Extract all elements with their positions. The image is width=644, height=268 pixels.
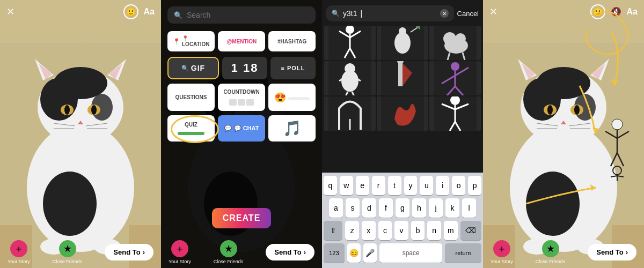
svg-point-14 [91,105,97,115]
gif-result-3[interactable] [429,26,481,60]
key-shift[interactable]: ⇧ [324,221,342,240]
key-a[interactable]: a [329,198,343,218]
smiley-face-icon[interactable]: 🙂 [123,4,138,19]
key-l[interactable]: l [462,198,476,218]
svg-point-96 [574,105,580,115]
key-numbers[interactable]: 123 [324,243,345,263]
questions-sticker[interactable]: QUESTIONS [167,84,215,111]
key-q[interactable]: q [324,176,337,195]
your-story-btn-4[interactable]: ＋ Your Story [491,240,513,264]
sticker-search-bar[interactable]: 🔍 [167,6,316,24]
hashtag-label: #HASHTAG [277,39,306,44]
key-v[interactable]: v [394,221,408,240]
clear-search-icon[interactable]: ✕ [440,9,449,18]
text-icon-4[interactable]: Aa [627,8,638,16]
key-b[interactable]: b [411,221,425,240]
key-e[interactable]: e [356,176,369,195]
key-x[interactable]: x [362,221,376,240]
cancel-button[interactable]: Cancel [457,10,479,18]
your-story-btn[interactable]: ＋ Your Story [8,240,30,264]
key-y[interactable]: y [404,176,418,195]
key-m[interactable]: m [444,221,458,240]
close-friends-icon-4: ★ [542,240,559,257]
gif-search-value: y3t1 [343,9,357,18]
svg-point-115 [613,166,621,175]
poll-label: POLL [287,65,305,71]
svg-point-45 [394,32,411,54]
gif-result-8[interactable] [377,96,428,131]
gif-result-2[interactable] [377,26,428,60]
svg-point-20 [43,172,97,236]
close-friends-icon: ★ [59,240,76,257]
key-z[interactable]: z [345,221,359,240]
location-sticker[interactable]: 📍 📍 LOCATION [167,31,215,51]
top-bar-4: ✕ 🙂 🔇 Aa [483,0,644,24]
key-w[interactable]: w [340,176,353,195]
key-return[interactable]: return [445,243,481,263]
time-sticker[interactable]: 1 18 [222,57,267,79]
key-space[interactable]: space [379,243,442,263]
key-d[interactable]: d [362,198,376,218]
key-mic[interactable]: 🎤 [363,243,377,263]
your-story-icon: ＋ [10,240,27,257]
gif-result-6[interactable] [429,61,481,95]
chat-sticker[interactable]: 💬 💬 CHAT [218,115,265,142]
countdown-sticker[interactable]: COUNTDOWN [218,84,265,111]
close-friends-btn[interactable]: ★ Close Friends [53,240,83,264]
keyboard-row-4: 123 😊 🎤 space return [324,243,481,263]
mention-sticker[interactable]: @MENTION [218,31,265,51]
bottom-bar-4: ＋ Your Story ★ Close Friends Send To › [483,236,644,268]
quiz-sticker[interactable]: QUIZ [167,115,215,142]
key-c[interactable]: c [378,221,392,240]
key-i[interactable]: i [436,176,449,195]
gif-result-7[interactable] [324,96,376,131]
key-g[interactable]: g [396,198,409,218]
key-r[interactable]: r [372,176,385,195]
close-icon-4[interactable]: ✕ [489,7,497,17]
smiley-face-icon-4[interactable]: 🙂 [590,4,605,19]
svg-rect-62 [398,62,402,86]
key-n[interactable]: n [427,221,441,240]
panel-4: ✕ 🙂 🔇 Aa ＋ Your Story ★ Close Friends Se… [483,0,644,268]
key-f[interactable]: f [379,198,393,218]
close-friends-icon-2: ★ [220,240,237,257]
gif-search-icon: 🔍 [332,10,340,17]
send-to-button-4[interactable]: Send To › [588,244,636,260]
key-s[interactable]: s [346,198,360,218]
top-bar-1: ✕ 🙂 Aa [0,0,161,24]
chat-label: 💬 CHAT [234,125,259,132]
key-j[interactable]: j [429,198,443,218]
close-icon[interactable]: ✕ [6,7,14,17]
send-to-button-2[interactable]: Send To › [266,244,314,260]
gif-sticker[interactable]: 🔍 GIF [167,57,219,79]
svg-line-111 [605,131,617,138]
svg-line-114 [617,153,624,166]
gif-result-4[interactable] [324,61,376,95]
key-p[interactable]: p [468,176,481,195]
mute-icon-4[interactable]: 🔇 [611,8,621,16]
key-delete[interactable]: ⌫ [460,221,481,240]
text-icon[interactable]: Aa [144,8,155,16]
poll-sticker[interactable]: ≡ POLL [270,57,316,79]
key-emoji[interactable]: 😊 [347,243,361,263]
hashtag-sticker[interactable]: #HASHTAG [268,31,316,51]
send-to-button[interactable]: Send To › [105,244,153,260]
music-sticker[interactable]: 🎵 [268,115,316,142]
close-friends-btn-2[interactable]: ★ Close Friends [214,240,244,264]
your-story-btn-2[interactable]: ＋ Your Story [169,240,191,264]
key-k[interactable]: k [445,198,459,218]
gif-result-1[interactable] [324,26,376,60]
stick-figure-sticker[interactable] [601,118,633,184]
svg-line-113 [611,153,617,166]
gif-result-5[interactable] [377,61,428,95]
svg-point-51 [455,33,466,44]
key-o[interactable]: o [452,176,465,195]
key-u[interactable]: u [420,176,433,195]
key-h[interactable]: h [412,198,426,218]
close-friends-btn-4[interactable]: ★ Close Friends [536,240,566,264]
sticker-search-input[interactable] [187,11,309,19]
key-t[interactable]: t [388,176,401,195]
slider-sticker[interactable]: 😍 [268,84,316,111]
gif-result-9[interactable] [429,96,481,131]
svg-point-102 [526,172,580,236]
